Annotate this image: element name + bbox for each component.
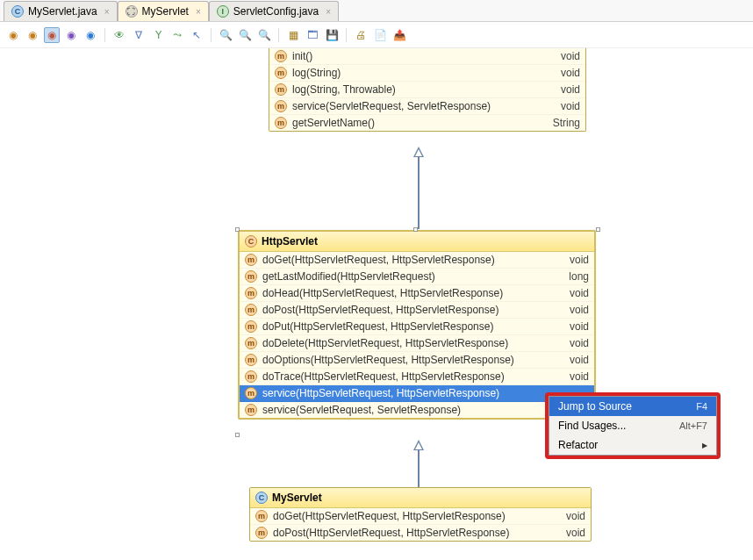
class-box-genericservlet-partial[interactable]: minit()voidmlog(String)voidmlog(String, …: [269, 48, 586, 132]
menu-item-refactor[interactable]: Refactor: [549, 435, 716, 455]
layout-button[interactable]: ▦: [285, 27, 301, 43]
menu-item-find-usages[interactable]: Find Usages... Alt+F7: [549, 416, 716, 435]
member-signature: service(HttpServletRequest, HttpServletR…: [262, 387, 573, 399]
dependencies-button[interactable]: ∇: [131, 27, 147, 43]
close-icon[interactable]: ×: [196, 7, 201, 17]
member-row[interactable]: mlog(String)void: [269, 65, 585, 82]
method-icon: m: [275, 100, 287, 112]
member-row[interactable]: mdoPut(HttpServletRequest, HttpServletRe…: [240, 319, 594, 335]
member-return-type: void: [570, 320, 589, 333]
resize-handle[interactable]: [235, 433, 240, 437]
member-signature: doDelete(HttpServletRequest, HttpServlet…: [262, 337, 554, 349]
member-row[interactable]: mservice(ServletRequest, ServletResponse…: [269, 98, 585, 115]
diagram-canvas[interactable]: minit()voidmlog(String)voidmlog(String, …: [0, 48, 753, 560]
print-preview-button[interactable]: 📄: [372, 27, 388, 43]
filter-button[interactable]: 𝖸: [150, 27, 166, 43]
save-button[interactable]: 💾: [324, 27, 340, 43]
member-signature: doPost(HttpServletRequest, HttpServletRe…: [262, 304, 554, 316]
method-icon: m: [245, 287, 257, 299]
context-menu: Jump to Source F4 Find Usages... Alt+F7 …: [549, 396, 717, 456]
menu-label: Refactor: [558, 439, 598, 451]
separator: [346, 28, 347, 42]
constructors-button[interactable]: ◉: [25, 27, 40, 43]
class-header: C MyServlet: [250, 488, 591, 508]
editor-tabs: C MyServlet.java × ⛶ MyServlet × I Servl…: [0, 0, 753, 22]
resize-handle[interactable]: [596, 227, 600, 232]
member-return-type: void: [566, 527, 585, 539]
method-icon: m: [245, 320, 257, 333]
method-icon: m: [245, 404, 257, 416]
member-row[interactable]: mdoHead(HttpServletRequest, HttpServletR…: [240, 285, 594, 302]
tab-servletconfig-java[interactable]: I ServletConfig.java ×: [209, 1, 339, 21]
methods-button[interactable]: ◉: [44, 27, 60, 43]
properties-button[interactable]: ◉: [63, 27, 79, 43]
member-row[interactable]: mservice(ServletRequest, ServletResponse…: [240, 402, 594, 418]
zoom-out-button[interactable]: 🔍: [237, 27, 253, 43]
member-row[interactable]: mgetLastModified(HttpServletRequest)long: [240, 269, 594, 285]
member-row[interactable]: mdoPost(HttpServletRequest, HttpServletR…: [240, 302, 594, 319]
member-signature: log(String, Throwable): [292, 83, 545, 96]
member-return-type: void: [570, 287, 589, 299]
member-signature: getServletName(): [292, 117, 537, 129]
member-row[interactable]: mdoGet(HttpServletRequest, HttpServletRe…: [250, 508, 591, 525]
resize-handle[interactable]: [413, 227, 418, 232]
diagram-toolbar: ◉ ◉ ◉ ◉ ◉ 👁 ∇ 𝖸 ⤳ ↖ 🔍 🔍 🔍 ▦ 🗔 💾 🖨 📄 📤: [0, 22, 753, 48]
inner-classes-button[interactable]: ◉: [82, 27, 98, 43]
member-return-type: void: [570, 337, 589, 349]
member-row[interactable]: mdoDelete(HttpServletRequest, HttpServle…: [240, 335, 594, 352]
member-row[interactable]: mdoPost(HttpServletRequest, HttpServletR…: [250, 525, 591, 541]
close-icon[interactable]: ×: [326, 7, 331, 17]
member-row[interactable]: minit()void: [269, 48, 585, 65]
class-icon: C: [255, 492, 268, 504]
close-icon[interactable]: ×: [104, 7, 110, 17]
edge-mode-button[interactable]: ⤳: [169, 27, 185, 43]
visibility-button[interactable]: 👁: [111, 27, 127, 43]
class-box-myservlet[interactable]: C MyServlet mdoGet(HttpServletRequest, H…: [249, 487, 592, 542]
member-row[interactable]: mdoOptions(HttpServletRequest, HttpServl…: [240, 352, 594, 369]
export-button[interactable]: 📤: [391, 27, 407, 43]
interface-icon: I: [217, 5, 229, 18]
member-row[interactable]: mdoGet(HttpServletRequest, HttpServletRe…: [240, 252, 594, 269]
member-signature: service(ServletRequest, ServletResponse): [292, 100, 545, 112]
member-row[interactable]: mservice(HttpServletRequest, HttpServlet…: [240, 385, 594, 402]
zoom-in-button[interactable]: 🔍: [218, 27, 233, 43]
fields-button[interactable]: ◉: [5, 27, 21, 43]
class-icon: C: [245, 235, 257, 248]
inheritance-edge: [418, 157, 420, 229]
method-icon: m: [245, 254, 257, 266]
member-return-type: void: [561, 83, 580, 96]
method-icon: m: [275, 50, 287, 62]
member-return-type: void: [561, 50, 580, 62]
tab-myservlet-diagram[interactable]: ⛶ MyServlet ×: [118, 1, 209, 21]
tab-label: MyServlet: [142, 5, 189, 18]
menu-label: Find Usages...: [558, 420, 626, 432]
zoom-fit-button[interactable]: 🔍: [256, 27, 272, 43]
method-icon: m: [275, 117, 287, 129]
method-icon: m: [245, 370, 257, 383]
class-title: MyServlet: [272, 492, 322, 504]
menu-item-jump-to-source[interactable]: Jump to Source F4: [549, 397, 716, 416]
method-icon: m: [255, 527, 268, 539]
member-signature: init(): [292, 50, 545, 62]
tab-myservlet-java[interactable]: C MyServlet.java ×: [4, 1, 118, 21]
method-icon: m: [275, 83, 287, 96]
arrow-button[interactable]: ↖: [189, 27, 204, 43]
member-return-type: long: [569, 270, 589, 283]
member-signature: doOptions(HttpServletRequest, HttpServle…: [262, 354, 554, 366]
inheritance-edge: [418, 450, 420, 487]
class-box-httpservlet[interactable]: C HttpServlet mdoGet(HttpServletRequest,…: [238, 230, 596, 420]
separator: [278, 28, 279, 42]
method-icon: m: [245, 270, 257, 283]
member-row[interactable]: mdoTrace(HttpServletRequest, HttpServlet…: [240, 369, 594, 385]
member-signature: doGet(HttpServletRequest, HttpServletRes…: [273, 510, 550, 522]
method-icon: m: [245, 354, 257, 366]
fit-content-button[interactable]: 🗔: [305, 27, 320, 43]
member-row[interactable]: mlog(String, Throwable)void: [269, 82, 585, 98]
resize-handle[interactable]: [235, 227, 240, 232]
member-signature: doHead(HttpServletRequest, HttpServletRe…: [262, 287, 554, 299]
member-signature: doTrace(HttpServletRequest, HttpServletR…: [262, 370, 554, 383]
member-return-type: String: [553, 117, 580, 129]
member-signature: getLastModified(HttpServletRequest): [262, 270, 553, 283]
member-row[interactable]: mgetServletName()String: [269, 115, 585, 131]
print-button[interactable]: 🖨: [353, 27, 369, 43]
